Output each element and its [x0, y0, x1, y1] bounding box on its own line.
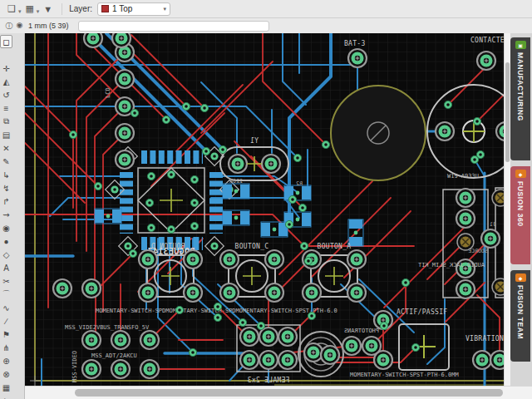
crystal-label: Y1	[250, 137, 259, 145]
through-hole-pad[interactable]	[84, 33, 102, 47]
tab-fusion360[interactable]: ◆ FUSION 360	[510, 166, 530, 264]
via-stack-icon[interactable]: ⊕	[0, 354, 12, 367]
vibration-label: VIBRATION	[466, 335, 504, 342]
layer-color-swatch	[101, 5, 109, 12]
source-label: SOURCE	[468, 248, 488, 254]
top-toolbar: ❑▾ ▦▾ ▼ Layer: 1 Top ▾	[0, 0, 532, 18]
replace-icon[interactable]: ⇆	[0, 394, 12, 399]
through-hole-pad[interactable]	[82, 279, 101, 298]
layer-dropdown-value: 1 Top	[112, 4, 132, 13]
contacteur-label: CONTACTEU	[470, 37, 504, 44]
select-icon[interactable]: ◻	[0, 35, 12, 48]
fusionteam-tab-label: FUSION TEAM	[516, 285, 525, 339]
fusion360-tab-icon: ◆	[515, 170, 526, 178]
unroute-icon[interactable]: ⇝	[0, 208, 12, 221]
tool-palette: ◻✛◭↺≡⧉▤✕✎↳↯↱⇝◉●◇A✂⌒∿∕⚑⋔⊕⊗▦⇆▨#◌◈⊙≀⋯∕◠○□∽⌄	[0, 33, 25, 399]
j1-label: J1	[490, 221, 496, 228]
side-tab-strip: ▣ MANUFACTURING ◆ FUSION 360 ◆ FUSION TE…	[510, 33, 532, 386]
delete-icon[interactable]: ✕	[0, 141, 12, 155]
toolbar-separator	[62, 3, 62, 15]
mss-top-label: MSS_VIDE2VBUS_TRANSFO_5V	[65, 324, 150, 331]
speaker-component[interactable]	[331, 86, 426, 180]
wire-icon[interactable]: ∕	[0, 314, 12, 328]
array-icon[interactable]: ▦	[0, 381, 12, 394]
command-input[interactable]	[78, 21, 269, 32]
momentary2-label: MOMENTARY-SWITCH-SPST-PTH-6.0MM	[350, 372, 459, 378]
tab-fusionteam[interactable]: ◆ FUSION TEAM	[510, 270, 530, 362]
resistor-label: 220R	[229, 178, 243, 185]
layer-label: Layer:	[69, 4, 92, 13]
mounting-hole[interactable]	[492, 278, 504, 295]
route-icon[interactable]: ↳	[0, 168, 12, 181]
horizontal-scrollbar-thumb[interactable]	[75, 389, 503, 397]
filter-icon[interactable]: ▼	[41, 4, 55, 14]
through-hole-pad[interactable]	[112, 33, 131, 47]
mss-mid-label: MSS_ADT/2AKCU	[91, 352, 137, 359]
pcb-canvas[interactable]: W19-A933U ROGUE3147	[25, 33, 504, 386]
text-icon[interactable]: A	[0, 261, 12, 274]
bat3-label: BAT-3	[344, 40, 366, 47]
eagle-board-editor-window: ❑▾ ▦▾ ▼ Layer: 1 Top ▾ ⓘ ◉ 1 mm (5 39) ◻…	[0, 0, 532, 399]
buzzer-label: W19-A933U	[447, 173, 479, 180]
layer-settings-caret-icon[interactable]: ▾	[18, 8, 22, 15]
through-hole-pad[interactable]	[374, 351, 392, 369]
lcd-label: LCD	[105, 87, 111, 98]
fusion360-tab-label: FUSION 360	[516, 181, 525, 227]
grid-caret-icon[interactable]: ▾	[37, 8, 40, 15]
move-icon[interactable]: ✛	[0, 62, 12, 75]
pad-icon[interactable]: ●	[0, 234, 12, 248]
mirror-icon[interactable]: ◭	[0, 75, 12, 88]
pcb-drawing[interactable]: W19-A933U ROGUE3147	[25, 33, 504, 386]
show-icon[interactable]: ◉	[17, 21, 23, 32]
info-icon[interactable]: ⓘ	[6, 21, 13, 32]
tag-icon[interactable]: ⚑	[0, 328, 12, 341]
tab-manufacturing[interactable]: ▣ MANUFACTURING	[510, 37, 530, 160]
bouton-d-label: BOUTON_D	[151, 243, 185, 250]
phototrans-label: PHOTOTRANS	[344, 328, 379, 334]
split-icon[interactable]: ✂	[0, 274, 12, 288]
through-hole-pad[interactable]	[53, 279, 71, 298]
miter-icon[interactable]: ⌒	[0, 288, 12, 301]
bouton-c-label: BOUTON_C	[235, 243, 269, 250]
manufacturing-tab-label: MANUFACTURING	[516, 52, 525, 121]
route-alt-icon[interactable]: ↱	[0, 195, 12, 208]
mss-video-label: MSS-VIDEO	[71, 351, 78, 382]
vertical-scrollbar[interactable]	[504, 33, 510, 386]
via-icon[interactable]: ◉	[0, 221, 12, 234]
layer-dropdown[interactable]: 1 Top ▾	[97, 2, 170, 16]
fanout-icon[interactable]: ⋔	[0, 341, 12, 354]
change-icon[interactable]: ✎	[0, 155, 12, 168]
manufacturing-tab-icon: ▣	[515, 41, 526, 49]
bouton-a-label: BOUTON_A	[318, 243, 352, 250]
coordinate-display: 1 mm (5 39)	[28, 22, 78, 30]
layer-settings-icon[interactable]: ❑	[5, 3, 18, 14]
polygon-icon[interactable]: ◇	[0, 248, 12, 261]
command-bar: ⓘ ◉ 1 mm (5 39)	[0, 18, 532, 33]
drill-icon[interactable]: ⊗	[0, 367, 12, 381]
meander-icon[interactable]: ∿	[0, 301, 12, 314]
actif-label: ACTIF/PASSIF	[397, 308, 447, 316]
grid-icon[interactable]: ▦	[22, 3, 36, 14]
ripup-icon[interactable]: ↯	[0, 181, 12, 195]
mounting-hole[interactable]	[492, 190, 504, 206]
paste-icon[interactable]: ▤	[0, 128, 12, 141]
fusionteam-tab-icon: ◆	[515, 273, 526, 282]
vertical-scrollbar-thumb[interactable]	[505, 62, 510, 162]
align-icon[interactable]: ≡	[0, 101, 12, 115]
audio-jack-label: AUDIO_JACK_SLIM_KIT	[417, 262, 485, 268]
copy-icon[interactable]: ⧉	[0, 115, 12, 128]
resistor-label: R2	[296, 180, 303, 187]
rotate-icon[interactable]: ↺	[0, 88, 12, 101]
layer-dropdown-caret-icon: ▾	[163, 6, 166, 12]
female-label: FEMALE 2x3	[247, 377, 289, 384]
horizontal-scrollbar[interactable]	[25, 386, 532, 399]
